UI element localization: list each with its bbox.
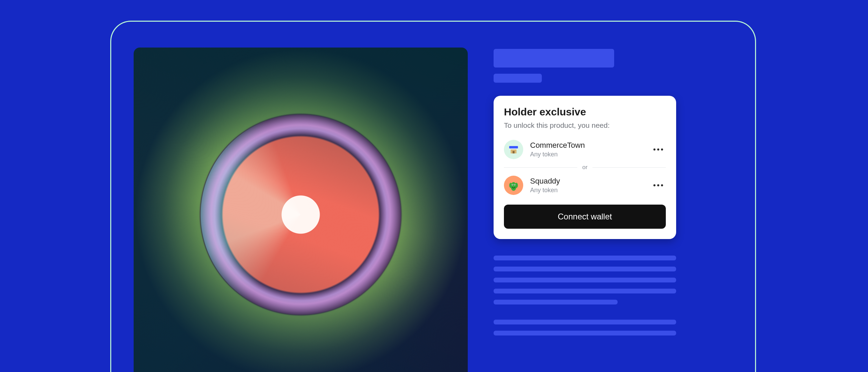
description-skeleton	[494, 256, 676, 342]
more-options-button[interactable]	[651, 146, 666, 153]
svg-point-9	[514, 184, 515, 185]
requirement-name: CommerceTown	[530, 141, 644, 150]
or-label: or	[582, 164, 587, 171]
or-divider: or	[504, 164, 666, 171]
requirement-token-label: Any token	[530, 151, 644, 158]
requirement-row: Squaddy Any token	[504, 173, 666, 198]
product-artwork	[134, 48, 468, 372]
browser-window-frame: Holder exclusive To unlock this product,…	[110, 21, 756, 372]
cactus-icon	[504, 176, 523, 195]
card-subtitle: To unlock this product, you need:	[504, 121, 666, 130]
svg-rect-2	[513, 151, 515, 153]
ellipsis-icon	[653, 148, 655, 151]
storefront-icon	[504, 140, 523, 159]
ellipsis-icon	[653, 184, 655, 186]
title-skeleton	[494, 49, 614, 68]
holder-exclusive-card: Holder exclusive To unlock this product,…	[494, 96, 676, 239]
price-skeleton	[494, 74, 542, 83]
requirement-token-label: Any token	[530, 187, 644, 194]
svg-point-8	[512, 184, 513, 185]
svg-point-5	[515, 183, 518, 188]
svg-point-4	[509, 183, 512, 188]
requirement-name: Squaddy	[530, 177, 644, 186]
card-title: Holder exclusive	[504, 106, 666, 118]
requirement-row: CommerceTown Any token	[504, 137, 666, 162]
svg-rect-0	[509, 146, 518, 148]
connect-wallet-button[interactable]: Connect wallet	[504, 205, 666, 229]
more-options-button[interactable]	[651, 182, 666, 189]
product-details-column: Holder exclusive To unlock this product,…	[494, 48, 733, 372]
